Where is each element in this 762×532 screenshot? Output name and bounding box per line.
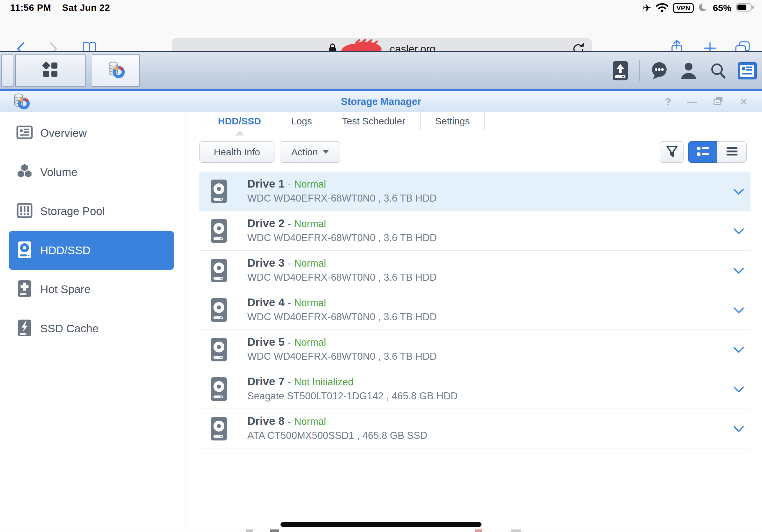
sidebar-item-storage-pool[interactable]: Storage Pool <box>9 192 174 231</box>
drive-name: Drive 2 <box>247 217 285 229</box>
expand-chevron-icon[interactable] <box>733 227 745 237</box>
health-info-label: Health Info <box>214 147 260 158</box>
tab-settings[interactable]: Settings <box>420 112 485 130</box>
sidebar-item-ssd-cache[interactable]: SSD Cache <box>9 309 174 348</box>
expand-chevron-icon[interactable] <box>733 346 745 355</box>
chat-button[interactable] <box>645 61 674 80</box>
sidebar-item-label: SSD Cache <box>40 322 99 335</box>
action-label: Action <box>291 147 318 158</box>
drive-bay-icon <box>211 258 227 284</box>
widgets-button[interactable] <box>733 62 762 79</box>
minimize-button[interactable]: — <box>687 97 697 107</box>
drive-status: Normal <box>294 258 326 269</box>
sidebar-item-overview[interactable]: Overview <box>9 113 174 153</box>
wifi-icon <box>656 3 668 13</box>
drive-bay-icon <box>211 377 227 403</box>
drive-detail: WDC WD40EFRX-68WT0N0 , 3.6 TB HDD <box>247 272 437 283</box>
drive-bay-icon <box>211 298 227 323</box>
drive-detail: WDC WD40EFRX-68WT0N0 , 3.6 TB HDD <box>247 193 437 204</box>
storage-manager-content: Overview Volume Storage Pool HDD/SSD <box>0 112 762 532</box>
status-time-date: 11:56 PM Sat Jun 22 <box>10 3 110 13</box>
airplane-icon: ✈ <box>643 2 651 14</box>
hdd-ssd-panel: HDD/SSD Logs Test Scheduler Settings Hea… <box>199 112 750 532</box>
drive-row-3[interactable]: Drive 3-Normal WDC WD40EFRX-68WT0N0 , 3.… <box>199 251 750 290</box>
status-time: 11:56 PM <box>10 3 51 13</box>
drive-name: Drive 8 <box>247 415 285 427</box>
expand-chevron-icon[interactable] <box>733 306 745 316</box>
drive-row-4[interactable]: Drive 4-Normal WDC WD40EFRX-68WT0N0 , 3.… <box>199 290 750 330</box>
active-tab-pointer <box>236 130 244 136</box>
health-info-button[interactable]: Health Info <box>199 141 274 163</box>
screen: 11:56 PM Sat Jun 22 ✈ VPN 65% <box>0 0 762 532</box>
main-menu-button[interactable] <box>15 54 86 87</box>
close-button[interactable]: ✕ <box>739 97 748 107</box>
user-button[interactable] <box>674 62 703 80</box>
chevron-down-icon <box>323 150 329 154</box>
list-view-button[interactable] <box>688 141 717 163</box>
table-view-button[interactable] <box>717 141 747 163</box>
separator: - <box>288 258 291 269</box>
bottom-edge-clipped-content <box>0 529 762 532</box>
separator: - <box>288 337 291 348</box>
taskbar-accent-line <box>0 89 762 91</box>
volume-cubes-icon <box>16 163 33 181</box>
sidebar-item-volume[interactable]: Volume <box>9 153 174 192</box>
main-menu-grid-icon <box>41 61 60 80</box>
overview-card-icon <box>16 124 33 142</box>
drive-row-5[interactable]: Drive 5-Normal WDC WD40EFRX-68WT0N0 , 3.… <box>199 330 750 369</box>
ssd-cache-icon <box>16 319 33 338</box>
help-button[interactable]: ? <box>665 97 671 107</box>
storage-manager-taskbar-button[interactable] <box>92 54 140 87</box>
window-title: Storage Manager <box>0 91 762 112</box>
drive-row-2[interactable]: Drive 2-Normal WDC WD40EFRX-68WT0N0 , 3.… <box>199 211 750 251</box>
expand-chevron-icon[interactable] <box>733 187 745 197</box>
drive-status: Normal <box>294 416 326 427</box>
storage-pool-icon <box>16 202 33 220</box>
table-view-icon <box>726 147 738 158</box>
drive-status: Normal <box>294 337 326 348</box>
separator: - <box>288 377 291 387</box>
separator: - <box>288 179 291 189</box>
sidebar-divider <box>185 112 186 532</box>
drive-name: Drive 3 <box>247 256 285 269</box>
filter-button[interactable] <box>660 141 684 163</box>
expand-chevron-icon[interactable] <box>733 385 745 395</box>
sidebar-item-hdd-ssd[interactable]: HDD/SSD <box>9 231 174 270</box>
drive-bay-icon <box>211 417 227 442</box>
tab-test-scheduler[interactable]: Test Scheduler <box>327 112 420 130</box>
vpn-badge: VPN <box>673 3 694 13</box>
status-bar: 11:56 PM Sat Jun 22 ✈ VPN 65% <box>0 0 762 15</box>
sidebar-item-hot-spare[interactable]: Hot Spare <box>9 270 174 309</box>
sidebar-item-label: Hot Spare <box>40 283 91 296</box>
browser-chrome: 11:56 PM Sat Jun 22 ✈ VPN 65% <box>0 0 762 51</box>
eject-device-button[interactable] <box>606 61 635 81</box>
tab-hdd-ssd[interactable]: HDD/SSD <box>203 112 276 130</box>
drive-detail: ATA CT500MX500SSD1 , 465.8 GB SSD <box>247 430 427 441</box>
tab-logs[interactable]: Logs <box>276 112 327 130</box>
drive-status: Normal <box>294 179 326 190</box>
drive-row-7[interactable]: Drive 7-Not Initialized Seagate ST500LT0… <box>199 369 750 409</box>
hdd-disk-icon <box>16 241 33 260</box>
home-indicator[interactable] <box>280 522 482 527</box>
action-button[interactable]: Action <box>280 141 340 163</box>
filter-funnel-icon <box>665 144 679 160</box>
drive-list: Drive 1-Normal WDC WD40EFRX-68WT0N0 , 3.… <box>199 171 750 448</box>
expand-chevron-icon[interactable] <box>733 267 745 276</box>
separator: - <box>288 219 291 229</box>
sidebar-item-label: Overview <box>40 127 87 139</box>
expand-chevron-icon[interactable] <box>733 425 745 434</box>
sidebar-item-label: Storage Pool <box>40 205 105 218</box>
search-button[interactable] <box>703 62 733 80</box>
restore-button[interactable] <box>713 96 724 107</box>
drive-status: Normal <box>294 218 326 229</box>
battery-percent: 65% <box>713 3 731 13</box>
drive-name: Drive 7 <box>247 375 285 387</box>
sidebar-item-label: HDD/SSD <box>40 244 91 257</box>
action-toolbar: Health Info Action <box>199 141 750 163</box>
sidebar-item-label: Volume <box>40 166 78 179</box>
hot-spare-icon <box>16 280 33 299</box>
drive-detail: Seagate ST500LT012-1DG142 , 465.8 GB HDD <box>247 390 458 402</box>
drive-row-8[interactable]: Drive 8-Normal ATA CT500MX500SSD1 , 465.… <box>199 409 750 448</box>
drive-row-1[interactable]: Drive 1-Normal WDC WD40EFRX-68WT0N0 , 3.… <box>199 171 750 211</box>
taskbar-left-segment[interactable] <box>1 54 13 87</box>
